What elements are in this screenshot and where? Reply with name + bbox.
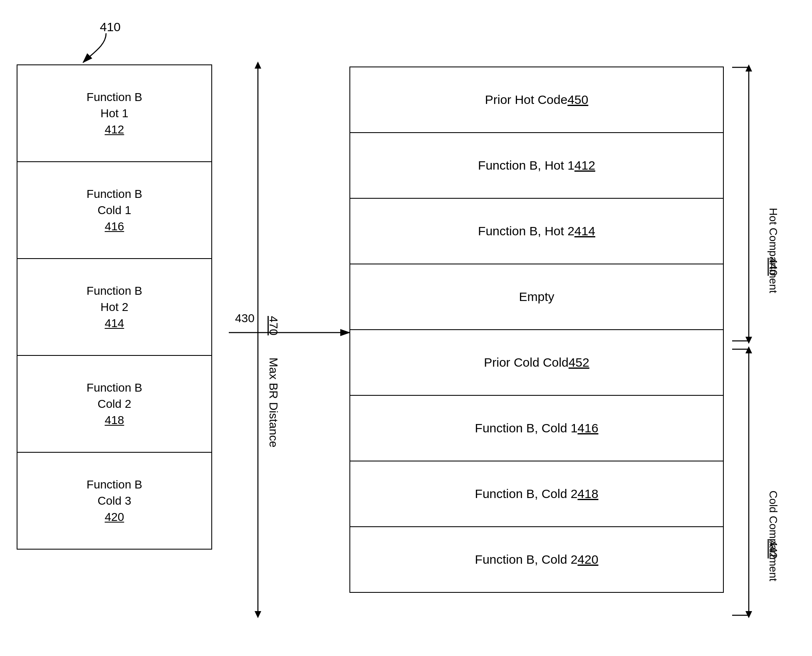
right-func-cold2a-label: Function B, Cold 2 xyxy=(475,487,578,501)
right-box-func-hot1: Function B, Hot 1 412 xyxy=(349,132,724,199)
label-410: 410 xyxy=(100,20,121,34)
hot-bracket-arrow-bottom xyxy=(745,337,752,344)
br-arrow-top xyxy=(255,62,261,69)
right-func-hot1-ref: 412 xyxy=(574,158,595,173)
box-hot2-line2: Hot 2 xyxy=(101,299,129,315)
cold-compartment-ref: 442 xyxy=(767,540,780,558)
label-max-br: Max BR Distance xyxy=(267,358,280,447)
box-cold1-line1: Function B xyxy=(87,186,142,202)
box-cold2-ref: 418 xyxy=(105,412,124,428)
box-hot1-line1: Function B xyxy=(87,89,142,105)
right-func-hot1-label: Function B, Hot 1 xyxy=(478,158,574,173)
right-column: Prior Hot Code 450 Function B, Hot 1 412… xyxy=(349,67,724,593)
br-arrow-bottom xyxy=(255,611,261,618)
hot-bracket-arrow-top xyxy=(745,64,752,72)
box-function-cold1: Function B Cold 1 416 xyxy=(17,161,212,259)
box-function-hot1: Function B Hot 1 412 xyxy=(17,64,212,162)
cold-bracket-arrow-top xyxy=(745,346,752,353)
cold-compartment-label: Cold Compartment xyxy=(767,491,780,582)
box-cold2-line2: Cold 2 xyxy=(98,396,131,412)
right-prior-hot-label: Prior Hot Code xyxy=(485,93,567,107)
right-func-cold2a-ref: 418 xyxy=(577,487,598,501)
right-box-func-cold1: Function B, Cold 1 416 xyxy=(349,395,724,461)
right-func-cold1-label: Function B, Cold 1 xyxy=(475,421,578,435)
box-function-cold2: Function B Cold 2 418 xyxy=(17,355,212,453)
right-empty-label: Empty xyxy=(519,290,554,304)
right-box-prior-hot: Prior Hot Code 450 xyxy=(349,67,724,133)
box-hot2-ref: 414 xyxy=(105,315,124,331)
hot-compartment-ref: 440 xyxy=(767,258,780,276)
right-box-prior-cold: Prior Cold Cold 452 xyxy=(349,329,724,396)
right-func-cold2b-ref: 420 xyxy=(577,552,598,567)
hot-compartment-label: Hot Compartment xyxy=(767,208,780,293)
right-box-func-cold2b: Function B, Cold 2 420 xyxy=(349,526,724,593)
arrow-410 xyxy=(83,33,106,62)
right-prior-hot-ref: 450 xyxy=(567,93,588,107)
box-cold3-line1: Function B xyxy=(87,476,142,493)
box-cold1-line2: Cold 1 xyxy=(98,202,131,218)
right-box-func-cold2a: Function B, Cold 2 418 xyxy=(349,461,724,527)
box-cold3-ref: 420 xyxy=(105,509,124,525)
right-prior-cold-label: Prior Cold Cold xyxy=(484,355,568,370)
box-cold2-line1: Function B xyxy=(87,380,142,396)
cold-bracket-arrow-bottom xyxy=(745,611,752,618)
box-hot1-ref: 412 xyxy=(105,121,124,138)
right-box-empty: Empty xyxy=(349,264,724,330)
right-func-hot2-label: Function B, Hot 2 xyxy=(478,224,574,238)
label-430: 430 xyxy=(235,312,255,325)
box-hot2-line1: Function B xyxy=(87,283,142,299)
left-column: Function B Hot 1 412 Function B Cold 1 4… xyxy=(17,64,212,550)
right-func-cold2b-label: Function B, Cold 2 xyxy=(475,552,578,567)
right-prior-cold-ref: 452 xyxy=(569,355,589,370)
box-hot1-line2: Hot 1 xyxy=(101,105,129,121)
box-cold3-line2: Cold 3 xyxy=(98,493,131,509)
box-cold1-ref: 416 xyxy=(105,218,124,234)
box-function-hot2: Function B Hot 2 414 xyxy=(17,258,212,356)
box-function-cold3: Function B Cold 3 420 xyxy=(17,452,212,550)
label-470: 470 xyxy=(267,316,280,335)
right-func-hot2-ref: 414 xyxy=(574,224,595,238)
right-func-cold1-ref: 416 xyxy=(577,421,598,435)
right-box-func-hot2: Function B, Hot 2 414 xyxy=(349,198,724,264)
